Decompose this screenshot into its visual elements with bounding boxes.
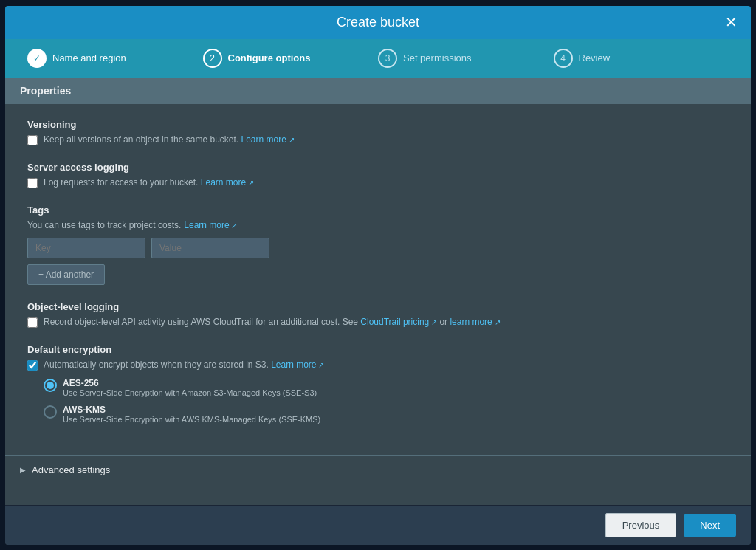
encryption-learn-more-link[interactable]: Learn more: [271, 360, 324, 370]
section-body: Versioning Keep all versions of an objec…: [5, 104, 751, 455]
server-logging-group: Server access logging Log requests for a…: [27, 162, 729, 188]
step-2-configure[interactable]: 2 Configure options: [203, 49, 379, 68]
awskms-label: AWS-KMS: [63, 405, 320, 415]
object-logging-checkbox[interactable]: [27, 317, 38, 328]
step-1-name-region[interactable]: ✓ Name and region: [27, 49, 203, 68]
object-logging-group: Object-level logging Record object-level…: [27, 301, 729, 328]
step-2-circle: 2: [203, 49, 222, 68]
encryption-radio-group: AES-256 Use Server-Side Encryption with …: [44, 378, 729, 424]
tags-inputs: [27, 238, 729, 258]
versioning-group: Versioning Keep all versions of an objec…: [27, 119, 729, 145]
encryption-group: Default encryption Automatically encrypt…: [27, 344, 729, 424]
previous-button[interactable]: Previous: [605, 513, 677, 537]
step-2-label: Configure options: [228, 52, 311, 63]
steps-bar: ✓ Name and region 2 Configure options 3 …: [5, 39, 751, 78]
versioning-title: Versioning: [27, 119, 729, 130]
cloudtrail-pricing-link[interactable]: CloudTrail pricing: [360, 317, 437, 327]
object-logging-learn-more-link[interactable]: learn more: [450, 317, 500, 327]
tag-key-input[interactable]: [27, 238, 145, 258]
server-logging-title: Server access logging: [27, 162, 729, 173]
advanced-settings-section[interactable]: ▶ Advanced settings: [5, 455, 751, 484]
server-logging-checkbox-row: Log requests for access to your bucket. …: [27, 177, 729, 188]
server-logging-learn-more-link[interactable]: Learn more: [201, 177, 254, 188]
versioning-learn-more-link[interactable]: Learn more: [241, 134, 295, 145]
awskms-desc: Use Server-Side Encryption with AWS KMS-…: [63, 415, 320, 424]
step-4-review[interactable]: 4 Review: [554, 49, 729, 68]
awskms-text: AWS-KMS Use Server-Side Encryption with …: [63, 405, 320, 424]
encryption-checkbox[interactable]: [27, 360, 38, 371]
advanced-settings-label: Advanced settings: [32, 464, 110, 475]
modal-footer: Previous Next: [5, 505, 751, 545]
versioning-label: Keep all versions of an object in the sa…: [44, 134, 295, 145]
advanced-chevron-icon: ▶: [20, 466, 26, 474]
awskms-radio-row: AWS-KMS Use Server-Side Encryption with …: [44, 405, 729, 424]
versioning-checkbox-row: Keep all versions of an object in the sa…: [27, 134, 729, 145]
aes256-radio[interactable]: [44, 379, 57, 392]
object-logging-title: Object-level logging: [27, 301, 729, 312]
step-1-circle: ✓: [27, 49, 47, 68]
step-4-circle: 4: [554, 49, 573, 68]
tag-value-input[interactable]: [151, 238, 269, 258]
next-button[interactable]: Next: [684, 514, 736, 537]
encryption-checkbox-row: Automatically encrypt objects when they …: [27, 360, 729, 371]
aes256-label: AES-256: [63, 378, 317, 388]
step-3-label: Set permissions: [403, 52, 471, 63]
close-button[interactable]: ✕: [725, 15, 738, 30]
tags-desc: You can use tags to track project costs.…: [27, 220, 729, 230]
aes256-text: AES-256 Use Server-Side Encryption with …: [63, 378, 317, 397]
server-logging-checkbox[interactable]: [27, 178, 38, 188]
aes256-radio-row: AES-256 Use Server-Side Encryption with …: [44, 378, 729, 397]
tags-group: Tags You can use tags to track project c…: [27, 204, 729, 285]
step-4-label: Review: [579, 52, 611, 63]
section-header: Properties: [5, 78, 751, 104]
encryption-label: Automatically encrypt objects when they …: [44, 360, 324, 370]
modal-overlay: Create bucket ✕ ✓ Name and region 2 Conf…: [0, 0, 756, 550]
step-1-label: Name and region: [52, 52, 126, 63]
encryption-title: Default encryption: [27, 344, 729, 355]
tags-learn-more-link[interactable]: Learn more: [184, 220, 237, 230]
awskms-radio[interactable]: [44, 405, 57, 419]
aes256-desc: Use Server-Side Encryption with Amazon S…: [63, 388, 317, 397]
create-bucket-modal: Create bucket ✕ ✓ Name and region 2 Conf…: [5, 6, 751, 545]
modal-title: Create bucket: [337, 15, 419, 30]
object-logging-label: Record object-level API activity using A…: [44, 317, 501, 327]
add-another-button[interactable]: + Add another: [27, 264, 105, 285]
versioning-checkbox[interactable]: [27, 135, 38, 145]
modal-header: Create bucket ✕: [5, 6, 751, 39]
step-3-circle: 3: [378, 49, 397, 68]
modal-body: Properties Versioning Keep all versions …: [5, 78, 751, 505]
object-logging-checkbox-row: Record object-level API activity using A…: [27, 317, 729, 328]
server-logging-label: Log requests for access to your bucket. …: [44, 177, 254, 188]
step-3-permissions[interactable]: 3 Set permissions: [378, 49, 554, 68]
tags-title: Tags: [27, 204, 729, 216]
